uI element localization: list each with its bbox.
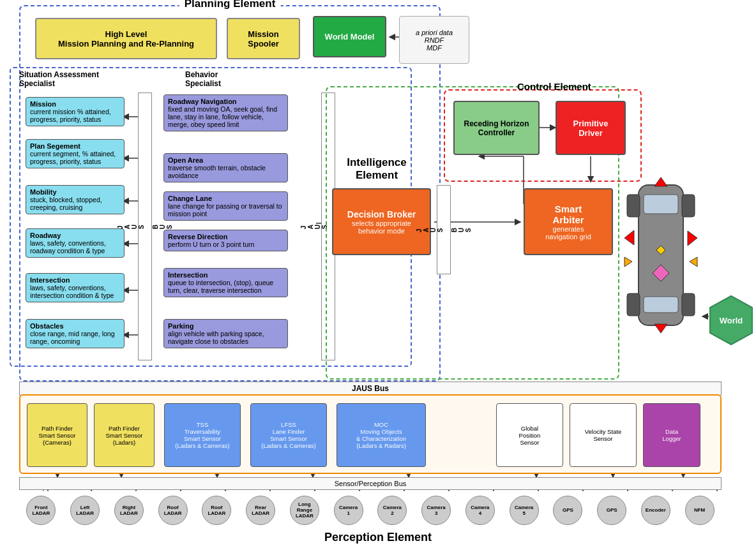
mission-planning-label: High LevelMission Planning and Re-Planni… [58,29,194,48]
beh-change-lane-tile: Change Lane lane change for passing or t… [163,191,288,221]
sensor-circle-camera-2: Camera2 [377,496,407,526]
sensor-moc: MOCMoving Objects& Characterization(Lada… [336,403,426,467]
car-svg [619,172,702,338]
sensor-lfss: LFSSLane FinderSmart Sensor(Ladars & Cam… [250,403,327,467]
smart-arbiter-box: SmartArbiter generatesnavigation grid [524,188,613,255]
sit-intersection-tile: Intersection laws, safety, conventions, … [26,273,125,302]
sensor-circle-roof-ladar-1: RoofLADAR [158,496,188,526]
sensor-circle-rear-ladar: RearLADAR [246,496,275,526]
svg-rect-62 [682,195,695,217]
primitive-driver-label: PrimitiveDriver [573,119,609,138]
apriori-box: a priori dataRNDFMDF [399,16,469,64]
planning-element-label: Planning Element [179,0,281,10]
world-hex-svg: World [709,295,753,346]
sensor-circle-camera-5: Camera5 [510,496,539,526]
decision-broker-box: Decision Broker selects appropriatebehav… [332,188,431,255]
control-element-label: Control Element [517,81,591,92]
intelligence-label: IntelligenceElement [345,156,409,182]
svg-rect-59 [644,195,678,214]
sensor-circle-left-ladar: LeftLADAR [70,496,100,526]
sensor-velocity: Velocity StateSensor [570,403,637,467]
svg-rect-61 [627,195,640,217]
mission-spooler-box: MissionSpooler [227,18,300,59]
primitive-driver-box: PrimitiveDriver [556,101,626,155]
jaus-bus-v3-label: JAUSBUS [416,226,472,232]
sensor-circle-right-ladar: RightLADAR [114,496,144,526]
mission-planning-box: High LevelMission Planning and Re-Planni… [35,18,217,59]
sensor-circle-encoder: Encoder [641,496,670,526]
svg-marker-71 [624,257,632,267]
world-model-label: World Model [325,32,375,41]
svg-rect-64 [682,293,695,316]
decision-broker-title: Decision Broker [347,209,416,219]
sensor-data-logger: DataLogger [643,403,700,467]
sensor-circle-camera-3: Camera3 [421,496,451,526]
beh-open-area-tile: Open Area traverse smooth terrain, obsta… [163,153,288,182]
sit-obstacles-tile: Obstacles close range, mid range, long r… [26,319,125,348]
sensor-circle-nfm: NFM [685,496,714,526]
sensor-circle-roof-ladar-2: RoofLADAR [202,496,231,526]
svg-marker-67 [688,231,697,246]
sensor-circle-long-range-ladar: LongRangeLADAR [290,496,319,526]
world-hexagon-container: World [709,295,753,348]
jaus-bus-vertical-1: JAUSBUS [138,93,152,360]
rhc-box: Receding Horizon Controller [453,101,540,155]
sensor-circle-gps-2: GPS [597,496,626,526]
perception-element-label: Perception Element [0,531,756,544]
jaus-bus-vertical-3: JAUSBUS [437,185,451,274]
svg-text:World: World [720,316,743,325]
smart-arbiter-body: generatesnavigation grid [545,225,591,241]
sensor-circle-gps-1: GPS [553,496,582,526]
svg-marker-72 [690,257,697,267]
world-model-box: World Model [313,16,386,57]
svg-rect-60 [644,297,678,313]
mission-spooler-label: MissionSpooler [248,29,278,48]
beh-roadway-nav-tile: Roadway Navigation fixed and moving OA, … [163,94,288,131]
sensor-perception-bus: Sensor/Perception Bus [19,477,722,490]
sit-mission-tile: Mission current mission % attained, prog… [26,97,125,126]
sensor-bus-label: Sensor/Perception Bus [335,480,407,487]
beh-intersection-tile: Intersection queue to intersection, (sto… [163,268,288,297]
sensor-tss: TSSTraversabilitySmart Sensor(Ladars & C… [164,403,241,467]
apriori-label: a priori dataRNDFMDF [416,29,453,52]
sensor-pathfinder-cam: Path FinderSmart Sensor(Cameras) [27,403,87,467]
beh-parking-tile: Parking align vehicle with parking space… [163,319,288,348]
rhc-label: Receding Horizon Controller [455,119,538,137]
smart-arbiter-title: SmartArbiter [552,204,584,225]
svg-rect-63 [627,293,640,316]
sensor-gps-position: GlobalPositionSensor [496,403,563,467]
beh-reverse-tile: Reverse Direction perform U turn or 3 po… [163,230,288,251]
jaus-bus-h-label: JAUS Bus [352,384,389,393]
sensor-area: Path FinderSmart Sensor(Cameras) Path Fi… [19,394,722,474]
sensor-circle-camera-1: Camera1 [334,496,363,526]
situation-label: Situation AssessmentSpecialist [19,70,99,88]
sensor-circles-row: FrontLADAR LeftLADAR RightLADAR RoofLADA… [19,490,722,531]
behavior-label: BehaviorSpecialist [185,70,221,88]
sensor-pathfinder-ladar: Path FinderSmart Sensor(Ladars) [94,403,155,467]
jaus-bus-horizontal: JAUS Bus [19,381,722,396]
sit-mobility-tile: Mobility stuck, blocked, stopped, creepi… [26,185,125,214]
decision-broker-body: selects appropriatebehavior mode [352,219,411,235]
svg-marker-68 [654,324,667,333]
car-area [619,172,702,338]
svg-marker-65 [654,177,667,186]
svg-marker-66 [624,230,634,245]
diagram-container: Planning Element High LevelMission Plann… [0,0,756,548]
sensor-circle-front-ladar: FrontLADAR [26,496,56,526]
jaus-bus-v1-label: JAUSBUS [117,223,173,229]
sit-roadway-tile: Roadway laws, safety, conventions, roadw… [26,228,125,258]
sit-plan-tile: Plan Segement current segment, % attaine… [26,139,125,168]
sensor-circle-camera-4: Camera4 [465,496,495,526]
